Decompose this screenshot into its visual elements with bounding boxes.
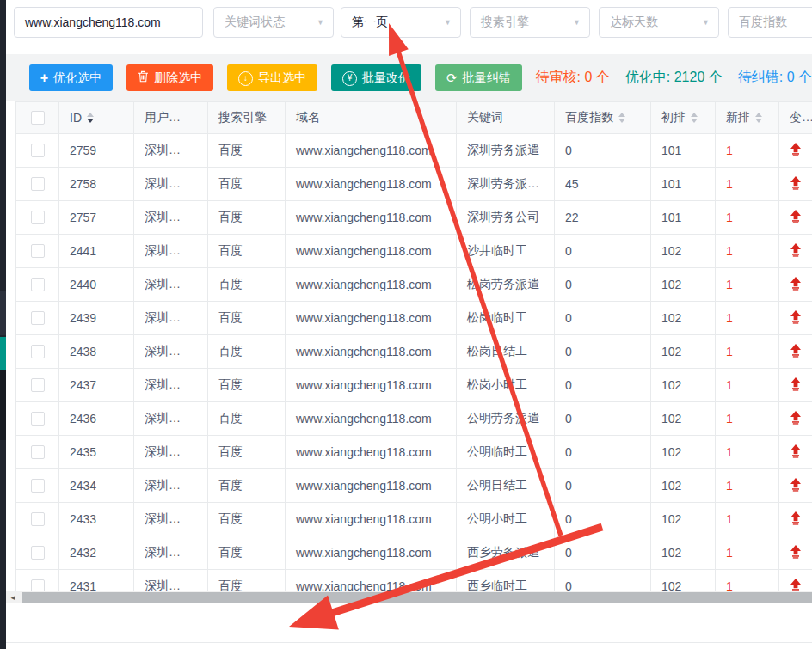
rank-up-arrow-icon <box>790 143 802 159</box>
cell-value: 102 <box>661 278 681 291</box>
filter-select-1[interactable]: 关键词状态▼ <box>213 7 334 38</box>
rank-up-arrow-icon <box>790 478 802 494</box>
cell-new_rank: 1 <box>716 469 779 503</box>
cell-value: 深圳劳务派… <box>467 176 539 192</box>
cell-engine: 百度 <box>208 503 286 536</box>
cell-change <box>779 469 812 503</box>
domain-filter-input[interactable]: www.xiangcheng118.com <box>14 7 203 38</box>
column-header-new_rank[interactable]: 新排 <box>716 102 779 134</box>
row-checkbox[interactable] <box>31 445 45 459</box>
toolbar-button-1[interactable]: +优化选中 <box>29 64 113 91</box>
cell-keyword: 松岗日结工 <box>457 335 555 369</box>
cell-baidu_index: 0 <box>555 536 651 570</box>
row-checkbox[interactable] <box>31 177 45 191</box>
sort-carets-icon[interactable] <box>618 113 625 123</box>
cell-value: 102 <box>661 378 681 392</box>
cell-engine: 百度 <box>208 402 286 436</box>
cell-new_rank: 1 <box>716 134 779 168</box>
filter-select-2[interactable]: 第一页▼ <box>341 7 461 38</box>
cell-keyword: 深圳劳务公司 <box>457 201 555 235</box>
row-checkbox[interactable] <box>31 512 45 526</box>
cell-engine: 百度 <box>208 168 286 201</box>
row-checkbox[interactable] <box>31 378 45 392</box>
row-checkbox[interactable] <box>31 479 45 493</box>
row-checkbox[interactable] <box>31 211 45 224</box>
sidebar-menu-item[interactable] <box>0 370 6 440</box>
toolbar-button-label: 批量改价 <box>362 70 410 86</box>
sidebar-menu-item[interactable] <box>0 291 6 335</box>
cell-init_rank: 102 <box>651 268 716 302</box>
bulk-actions-toolbar: +优化选中删除选中↓导出选中¥批量改价⟳批量纠错待审核: 0 个优化中: 212… <box>6 54 812 101</box>
cell-value: 松岗小时工 <box>467 377 527 393</box>
scroll-left-arrow-icon[interactable]: ◄ <box>6 591 20 603</box>
filter-select-4[interactable]: 达标天数▼ <box>599 7 719 38</box>
row-checkbox[interactable] <box>31 278 45 291</box>
cell-value: 1 <box>726 177 733 191</box>
cell-value: www.xiangcheng118.com <box>296 378 432 392</box>
scrollbar-thumb[interactable] <box>22 592 812 603</box>
cell-value: 102 <box>661 546 681 560</box>
cell-change <box>779 168 812 201</box>
row-checkbox[interactable] <box>31 345 45 358</box>
row-checkbox[interactable] <box>31 244 45 258</box>
filter-select-value: 搜素引擎 <box>481 15 529 30</box>
rank-up-arrow-icon <box>790 411 802 427</box>
toolbar-button-4[interactable]: ¥批量改价 <box>331 64 421 91</box>
cell-keyword: 松岗临时工 <box>457 302 555 335</box>
toolbar-button-3[interactable]: ↓导出选中 <box>227 64 317 91</box>
cell-value: 101 <box>661 211 681 224</box>
filter-select-3[interactable]: 搜素引擎▼ <box>470 7 590 38</box>
cell-checkbox <box>16 536 59 570</box>
cell-value: 百度 <box>218 444 243 460</box>
toolbar-button-5[interactable]: ⟳批量纠错 <box>435 64 522 91</box>
trash-icon <box>138 70 149 85</box>
toolbar-button-2[interactable]: 删除选中 <box>126 64 213 91</box>
column-header-init_rank[interactable]: 初排 <box>651 102 716 134</box>
row-checkbox[interactable] <box>31 144 45 157</box>
column-header-id[interactable]: ID <box>59 102 134 134</box>
cell-init_rank: 102 <box>651 402 716 436</box>
cell-value: 沙井临时工 <box>467 243 527 259</box>
cell-value: 101 <box>661 177 681 191</box>
collapsed-sidebar[interactable] <box>0 0 6 649</box>
sidebar-active-menu-item[interactable] <box>0 337 6 370</box>
cell-domain: www.xiangcheng118.com <box>286 369 457 402</box>
chevron-down-icon: ▼ <box>317 18 324 27</box>
cell-value: 1 <box>726 378 733 392</box>
cell-value: 百度 <box>218 545 243 560</box>
cell-value: 深圳劳务派遣 <box>467 143 539 158</box>
cell-user: 深圳… <box>134 201 208 235</box>
cell-value: 2758 <box>70 177 96 191</box>
cell-value: 0 <box>565 412 572 426</box>
horizontal-scrollbar[interactable]: ◄ <box>6 591 812 603</box>
cell-value: 102 <box>661 244 681 258</box>
cell-change <box>779 503 812 536</box>
sort-carets-icon[interactable] <box>755 113 762 123</box>
sort-carets-icon[interactable] <box>87 113 94 123</box>
cell-value: 1 <box>726 345 733 358</box>
cell-checkbox <box>16 369 59 402</box>
column-header-baidu_index[interactable]: 百度指数 <box>555 102 651 134</box>
select-all-checkbox[interactable] <box>31 111 45 125</box>
column-header-user: 用户… <box>134 102 208 134</box>
column-header-label: 搜索引擎 <box>218 110 267 126</box>
column-header-label: 用户… <box>145 110 181 126</box>
cell-value: 1 <box>726 412 733 426</box>
row-checkbox[interactable] <box>31 412 45 426</box>
cell-value: 2440 <box>70 278 96 291</box>
row-checkbox[interactable] <box>31 546 45 560</box>
cell-new_rank: 1 <box>716 536 779 570</box>
cell-new_rank: 1 <box>716 369 779 402</box>
sort-carets-icon[interactable] <box>691 113 698 123</box>
column-header-domain: 域名 <box>286 102 457 134</box>
cell-id: 2439 <box>59 302 134 335</box>
cell-baidu_index: 0 <box>555 436 651 469</box>
cell-keyword: 深圳劳务派… <box>457 168 555 201</box>
cell-value: 2437 <box>70 378 96 392</box>
cell-value: 102 <box>661 412 681 426</box>
cell-engine: 百度 <box>208 302 286 335</box>
toolbar-button-label: 优化选中 <box>53 70 102 86</box>
filter-select-5[interactable]: 百度指数 <box>728 7 812 38</box>
row-checkbox[interactable] <box>31 311 45 325</box>
cell-change <box>779 402 812 436</box>
